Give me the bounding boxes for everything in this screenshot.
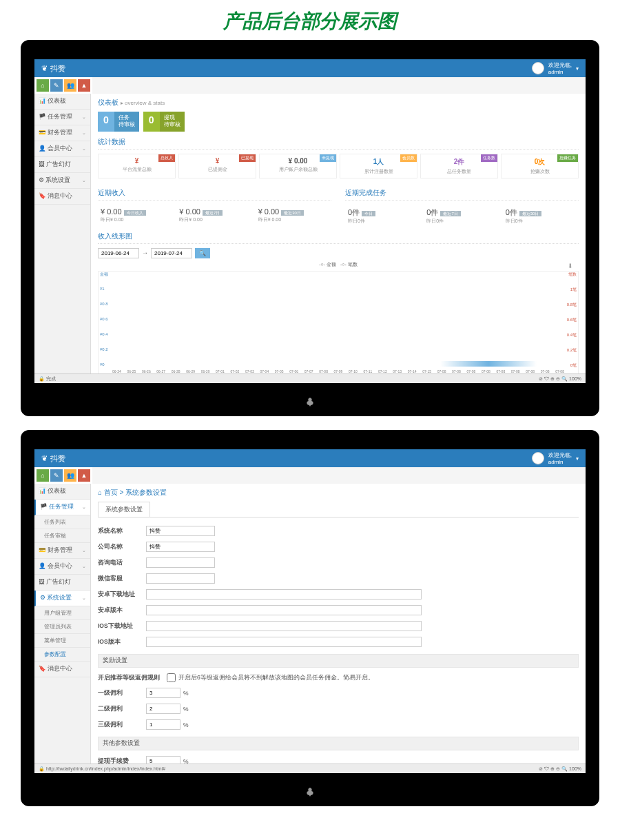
- screen-2: ❦抖赞 欢迎光临,admin ▾ ⌂ ✎ 👥 ▲ 📊 仪表板 🏴 任务管理⌄ 任…: [34, 449, 586, 773]
- download-icon[interactable]: ⬇: [568, 263, 573, 269]
- rev-box: ¥ 0.00最近30日昨日¥ 0.00: [256, 205, 331, 226]
- chevron-down-icon: ▾: [576, 65, 579, 72]
- search-button[interactable]: 🔍: [195, 248, 210, 258]
- statusbar-2: 🔒 http://twdailydrink.cn/index.php/admin…: [34, 764, 586, 773]
- user-area-2[interactable]: 欢迎光临,admin ▾: [532, 451, 579, 465]
- wechat-input[interactable]: [146, 573, 215, 584]
- topbar: ❦ 抖赞 欢迎光临, admin ▾: [34, 59, 586, 77]
- rev-box: ¥ 0.00最近7日昨日¥ 0.00: [176, 205, 252, 226]
- tab-settings[interactable]: 系统参数设置: [98, 502, 150, 517]
- user-area[interactable]: 欢迎光临, admin ▾: [532, 61, 579, 75]
- stat-box: 任务数2件总任务数量: [420, 154, 498, 178]
- sidebar-sub-params[interactable]: 参数配置: [34, 648, 90, 662]
- stat-box: 已提现¥已提佣金: [178, 154, 256, 178]
- username: admin: [548, 69, 572, 75]
- other-section-header: 其他参数设置: [98, 737, 579, 750]
- stat-box: 抢赚任务0次抢赚次数: [501, 154, 579, 178]
- chart-legend: -○- 金额 -○- 笔数: [98, 261, 579, 268]
- topbar-2: ❦抖赞 欢迎光临,admin ▾: [34, 449, 586, 467]
- bonus-section-header: 奖励设置: [98, 654, 579, 668]
- edit-button[interactable]: ✎: [50, 469, 63, 482]
- android-ver-input[interactable]: [146, 605, 422, 615]
- alerts-button[interactable]: ▲: [78, 79, 90, 92]
- task-box: 0件最近7日昨日0件: [424, 205, 499, 227]
- page-title: 产品后台部分展示图: [0, 0, 620, 40]
- brand: ❦ 抖赞: [41, 63, 65, 74]
- statusbar: 🔒 完成 ⊘ 🛡 ⊕ ⊖ 🔍 100%: [34, 373, 586, 383]
- level3-input[interactable]: [146, 719, 180, 730]
- sidebar-item-finance[interactable]: 💳 财务管理⌄: [34, 125, 90, 141]
- sidebar-item-settings[interactable]: ⚙ 系统设置⌄: [34, 173, 90, 189]
- leaf-icon: ❦: [41, 64, 48, 73]
- sidebar-item-tasks[interactable]: 🏴 任务管理⌄: [34, 500, 90, 515]
- tile-withdraw-pending[interactable]: 0 提现待审核: [143, 112, 185, 132]
- sidebar-item-ads[interactable]: 🖼 广告幻灯: [34, 157, 90, 173]
- sidebar-item-ads[interactable]: 🖼 广告幻灯: [34, 575, 90, 591]
- level1-input[interactable]: [146, 688, 180, 698]
- main-content-2: ⌂ 首页 > 系统参数设置 系统参数设置 系统名称 公司名称 咨询电话 微信客服…: [91, 484, 586, 773]
- sidebar-item-dashboard[interactable]: 📊 仪表板: [34, 484, 90, 500]
- toolbar: ⌂ ✎ 👥 ▲: [34, 77, 92, 94]
- revenue-title: 近期收入: [98, 188, 331, 201]
- sidebar-item-members[interactable]: 👤 会员中心⌄: [34, 559, 90, 575]
- ios-url-input[interactable]: [146, 621, 422, 631]
- date-to-input[interactable]: [151, 248, 192, 258]
- stat-box: 未提现¥ 0.00用户账户余额总额: [259, 154, 337, 178]
- rev-box: ¥ 0.00今日收入昨日¥ 0.00: [98, 205, 174, 226]
- sidebar-sub-admins[interactable]: 管理员列表: [34, 620, 90, 634]
- level2-input[interactable]: [146, 704, 180, 714]
- edit-button[interactable]: ✎: [50, 79, 63, 92]
- leaf-icon: ❦: [41, 454, 48, 463]
- sidebar-sub-task-review[interactable]: 任务审核: [34, 529, 90, 543]
- alerts-button[interactable]: ▲: [78, 469, 90, 482]
- chevron-down-icon: ▾: [576, 455, 579, 462]
- main-content: 仪表板 ▸ overview & stats 0 任务待审核 0 提现待审核 统…: [91, 94, 586, 383]
- stats-title: 统计数据: [98, 137, 579, 150]
- screen-1: ❦ 抖赞 欢迎光临, admin ▾ ⌂ ✎ 👥 ▲ 📊 仪表板: [34, 59, 586, 383]
- bonus-rule-checkbox[interactable]: [167, 673, 176, 682]
- sidebar-item-finance[interactable]: 💳 财务管理⌄: [34, 543, 90, 559]
- sidebar-sub-menus[interactable]: 菜单管理: [34, 634, 90, 648]
- company-name-input[interactable]: [146, 542, 215, 552]
- sidebar-item-messages[interactable]: 🔖 消息中心: [34, 189, 90, 205]
- users-button[interactable]: 👥: [64, 79, 76, 92]
- android-url-input[interactable]: [146, 589, 422, 600]
- sidebar-item-tasks[interactable]: 🏴 任务管理⌄: [34, 110, 90, 125]
- ios-ver-input[interactable]: [146, 637, 422, 647]
- sidebar: 📊 仪表板 🏴 任务管理⌄ 💳 财务管理⌄ 👤 会员中心⌄ 🖼 广告幻灯 ⚙ 系…: [34, 94, 91, 383]
- avatar: [532, 452, 544, 464]
- stat-box: 总收入¥平台流量总额: [98, 154, 176, 178]
- breadcrumb: 仪表板 ▸ overview & stats: [98, 98, 579, 107]
- task-box: 0件今日昨日0件: [345, 205, 421, 227]
- sidebar-item-settings[interactable]: ⚙ 系统设置⌄: [34, 591, 90, 606]
- revenue-chart: 金额¥1¥0.8¥0.6¥0.4¥0.2¥0笔数1笔0.8笔0.6笔0.4笔0.…: [98, 271, 579, 374]
- sidebar-item-messages[interactable]: 🔖 消息中心: [34, 662, 90, 677]
- task-done-title: 近期完成任务: [345, 188, 579, 201]
- hotline-input[interactable]: [146, 557, 215, 568]
- home-button[interactable]: ⌂: [37, 469, 49, 482]
- brand-text: 抖赞: [50, 63, 65, 74]
- welcome-text: 欢迎光临,: [548, 61, 572, 69]
- sidebar-item-dashboard[interactable]: 📊 仪表板: [34, 94, 90, 110]
- avatar: [532, 62, 544, 74]
- monitor-frame-2: ❦抖赞 欢迎光临,admin ▾ ⌂ ✎ 👥 ▲ 📊 仪表板 🏴 任务管理⌄ 任…: [21, 430, 599, 806]
- home-button[interactable]: ⌂: [37, 79, 49, 92]
- task-box: 0件最近30日昨日0件: [503, 205, 579, 227]
- monitor-frame-1: ❦ 抖赞 欢迎光临, admin ▾ ⌂ ✎ 👥 ▲ 📊 仪表板: [21, 40, 599, 416]
- breadcrumb-2: ⌂ 首页 > 系统参数设置: [98, 488, 579, 498]
- sidebar-sub-usergroup[interactable]: 用户组管理: [34, 606, 90, 620]
- stat-box: 会员数1人累计注册数量: [340, 154, 417, 178]
- sidebar-2: 📊 仪表板 🏴 任务管理⌄ 任务列表 任务审核 💳 财务管理⌄ 👤 会员中心⌄ …: [34, 484, 91, 773]
- sidebar-item-members[interactable]: 👤 会员中心⌄: [34, 141, 90, 157]
- users-button[interactable]: 👥: [64, 469, 76, 482]
- chart-title: 收入线形图: [98, 232, 579, 244]
- tile-tasks-pending[interactable]: 0 任务待审核: [98, 112, 139, 132]
- sys-name-input[interactable]: [146, 526, 215, 536]
- date-from-input[interactable]: [98, 248, 139, 258]
- sidebar-sub-task-list[interactable]: 任务列表: [34, 515, 90, 529]
